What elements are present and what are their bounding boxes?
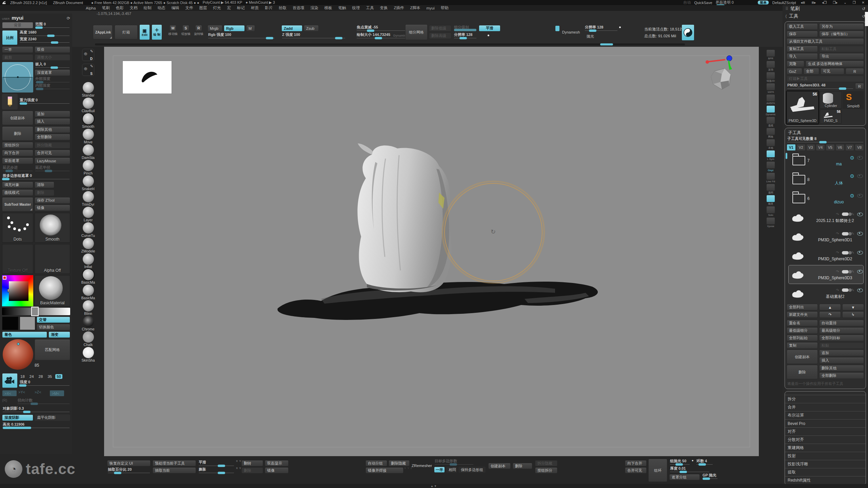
transpose-icon[interactable]: ↷ [836, 288, 839, 292]
secondary-color-swatch[interactable] [20, 317, 35, 330]
polypaint-toggle-icon[interactable] [842, 212, 849, 216]
section-header[interactable]: 提取 [785, 468, 866, 476]
deform-smooth-slider[interactable]: 平滑 [198, 460, 235, 467]
highest-sdiv-button[interactable]: 最高级细分 [819, 327, 864, 334]
material-slot[interactable]: Blinn [72, 300, 104, 316]
brush-slot[interactable]: Move [72, 129, 104, 144]
split-groups-button[interactable]: 按组拆分 [2, 142, 33, 148]
lightbox-tool-button[interactable]: 灯箱▶工具 [787, 76, 864, 82]
section-header[interactable]: 分散对齐 [785, 435, 866, 444]
subtool-mesh-row[interactable]: ↷ ✎ 2025.12.1 骷髅骑士2 [789, 208, 863, 227]
zsub-button[interactable]: Zsub [304, 25, 319, 32]
brush-slot[interactable]: Smooth [72, 113, 104, 129]
keep-groups-button[interactable]: 保持多边形组 [458, 467, 486, 473]
delete-higher-button[interactable]: 删除高级 [429, 33, 451, 39]
material-slot[interactable]: Chalk [72, 331, 104, 347]
delete-button[interactable]: 删除 [2, 126, 33, 141]
save-ztool-button[interactable]: 保存 ZTool [35, 197, 70, 204]
restore-icon[interactable]: ❐ [851, 1, 857, 4]
shaded-button[interactable]: 着色 [2, 331, 47, 338]
match-mesh-button[interactable]: 匹配网格 [35, 339, 70, 360]
rgb-button[interactable]: Rgb [224, 25, 245, 32]
zscript-label[interactable]: DefaultZScript [772, 1, 796, 5]
stroke-thumbnail[interactable]: Dots [2, 213, 33, 243]
right-shelf-button[interactable]: Line Fill [765, 172, 776, 184]
right-shelf-button[interactable]: 网格 [765, 128, 776, 139]
subtool-view-tab[interactable]: V1 [787, 144, 796, 151]
drag-handle-icon[interactable]: ⠿ [785, 6, 788, 11]
goz-button[interactable]: GoZ [787, 68, 802, 75]
texture-off-thumbnail[interactable]: Texture Off [2, 244, 33, 274]
delete-all-subtool-button[interactable]: 全部删除 [819, 372, 864, 379]
size-preset[interactable]: 24 [28, 374, 35, 379]
subtool-mesh-row[interactable]: ↷ ✎ 基础素材2 [789, 284, 863, 303]
alpha-off-thumbnail[interactable]: Alpha Off [35, 244, 70, 274]
preprocess-button[interactable]: 预处理当前子工具 [153, 460, 196, 466]
section-header[interactable]: 对齐 [785, 427, 866, 435]
make-polymesh-button[interactable]: 生成 多边形网格物体 [806, 61, 864, 67]
delete-subtool-button[interactable]: 删除 [787, 365, 818, 379]
brush-slot[interactable]: Layer [72, 207, 104, 222]
eye-icon[interactable] [857, 212, 863, 216]
append-subtool-button[interactable]: 追加 [819, 350, 864, 356]
all-to-start-button[interactable]: 全部到起始 [787, 335, 818, 341]
hue-cursor[interactable] [3, 276, 6, 280]
right-shelf-button[interactable]: 透明 [765, 184, 776, 195]
subtool-list-scrollbar[interactable] [786, 153, 787, 159]
subtool-mesh-row[interactable]: ↷ ✎ PM3D_Sphere3D2 [789, 246, 863, 265]
menu-item[interactable]: 文件 [185, 5, 193, 11]
subtool-folder-row[interactable]: 7 ⚙ ma [789, 151, 863, 170]
resize-button[interactable]: 调整大小 [35, 54, 70, 61]
polypaint-toggle-icon[interactable] [842, 232, 849, 236]
split-hidden-bottom-button[interactable]: 拆分隐藏 [535, 460, 557, 466]
menu-item[interactable]: 动态 [157, 5, 165, 11]
active-tool-slider[interactable]: PM3D_Sphere3D3. 48 [787, 83, 854, 90]
group-split-bottom-button[interactable]: 按组拆分 [535, 467, 557, 473]
fill-object-button[interactable]: 填充对象 [2, 182, 33, 188]
menu-item[interactable]: 文档 [130, 5, 137, 11]
menu-item[interactable]: 材质 [251, 5, 259, 11]
size-preset[interactable]: 18 [19, 374, 26, 379]
section-header[interactable]: 布尔运算 [785, 411, 866, 419]
merge-visible-button[interactable]: 合并可见 [35, 150, 70, 156]
menu-item[interactable]: 笔触 [338, 5, 346, 11]
polish-button[interactable]: 抛光 [584, 33, 598, 40]
subtool-view-tab[interactable]: V7 [845, 144, 854, 151]
smooth-button[interactable]: 平滑 [479, 25, 500, 32]
brush-slot[interactable]: Inflat [72, 253, 104, 269]
zremesher-half-button[interactable]: 一半 [434, 467, 445, 473]
radial-count-slider[interactable]: 径向计数 [17, 398, 70, 405]
transpose-icon[interactable]: ↷ [836, 231, 839, 236]
duplicate-button[interactable]: 创建副本 [2, 111, 33, 125]
gravity-slider[interactable]: 重力强度 0 [19, 98, 70, 105]
transpose-icon[interactable]: ↷ [836, 269, 839, 274]
paste-tool-button[interactable]: 粘贴工具 [819, 46, 864, 52]
delete-bottom-button[interactable]: 删除 [513, 463, 532, 469]
material-preview-sphere[interactable] [2, 339, 33, 372]
subtool-mesh-row[interactable]: ↷ ✎ PM3D_Sphere3D1 [789, 227, 863, 246]
menu-item[interactable]: 模板 [324, 5, 332, 11]
brush-slot[interactable]: DamSta [72, 144, 104, 160]
move-in-button[interactable]: ↳ [842, 311, 864, 318]
material-thumbnail[interactable]: BasicMaterial [35, 275, 70, 306]
brush-slot[interactable]: SnakeH [72, 176, 104, 191]
move-out-button[interactable]: ↷ [819, 311, 841, 318]
goz-visible-button[interactable]: 可见 [821, 68, 844, 75]
all-to-target-button[interactable]: 全部到目标 [819, 335, 864, 341]
canvas[interactable]: ↻ [104, 47, 759, 456]
dynamesh-resolution-slider[interactable]: 分辨率 128 [584, 25, 618, 32]
tool-thumbnail-cylinder[interactable]: Cylinder [820, 91, 842, 109]
brush-icon[interactable]: ✎ [851, 269, 854, 274]
dynamesh-button[interactable]: Dynamesh [560, 28, 581, 37]
move-axis-button[interactable]: M 移动轴 [167, 25, 179, 36]
merge-down-button[interactable]: 向下合并 [2, 150, 33, 156]
save-as-button[interactable]: 另存为 [819, 23, 864, 30]
polish-mode-dot[interactable]: ● [692, 459, 693, 462]
menu-item[interactable]: 首选项 [293, 5, 304, 11]
menu-item[interactable]: 标记 [237, 5, 245, 11]
subtool-folder-row[interactable]: 8 ⚙ 人体 [789, 170, 863, 189]
brush-icon[interactable]: ✎ [851, 212, 854, 217]
append-button[interactable]: 追加 [35, 111, 70, 117]
underbar-thumb[interactable] [600, 43, 613, 45]
menu-item[interactable]: 帮助 [441, 5, 449, 11]
